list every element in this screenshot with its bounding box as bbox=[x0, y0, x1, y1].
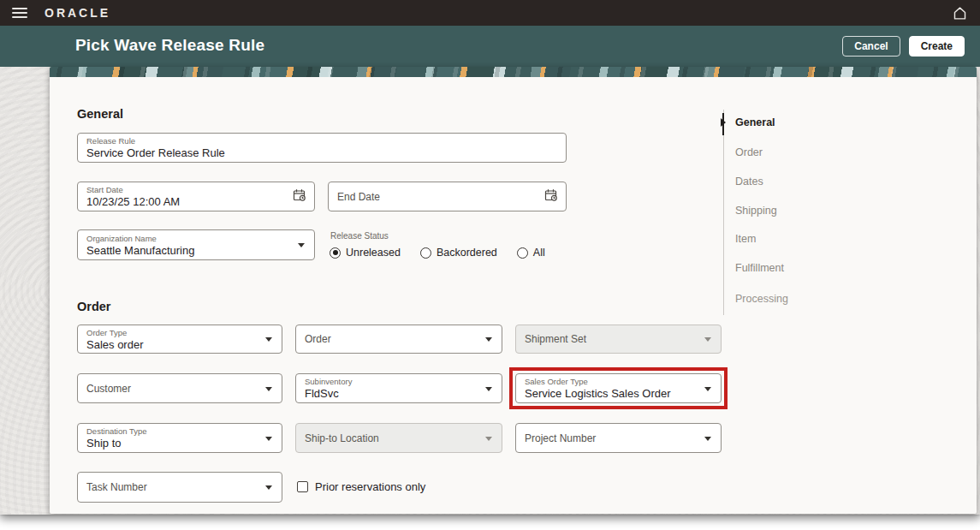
chevron-down-icon bbox=[265, 337, 272, 342]
radio-backordered-label: Backordered bbox=[437, 247, 497, 259]
radio-button-icon bbox=[517, 247, 528, 259]
release-status-radio-group: Unreleased Backordered All bbox=[330, 247, 545, 259]
release-rule-label: Release Rule bbox=[86, 136, 557, 146]
chevron-down-icon bbox=[704, 337, 711, 342]
subinventory-dropdown[interactable]: Subinventory FldSvc bbox=[295, 373, 502, 403]
destination-type-value: Ship to bbox=[86, 437, 273, 450]
chevron-down-icon bbox=[485, 337, 492, 342]
nav-item-order[interactable]: Order bbox=[735, 146, 763, 158]
order-label: Order bbox=[305, 333, 493, 345]
organization-name-dropdown[interactable]: Organization Name Seattle Manufacturing bbox=[77, 229, 315, 260]
checkbox-icon[interactable] bbox=[297, 481, 308, 492]
radio-button-icon bbox=[420, 247, 431, 259]
create-button[interactable]: Create bbox=[909, 36, 965, 57]
customer-dropdown[interactable]: Customer bbox=[77, 373, 282, 403]
chevron-down-icon bbox=[704, 387, 711, 391]
organization-name-value: Seattle Manufacturing bbox=[86, 244, 306, 257]
radio-button-icon bbox=[330, 247, 341, 259]
chevron-down-icon bbox=[298, 243, 305, 247]
shipment-set-dropdown: Shipment Set bbox=[515, 325, 722, 354]
page-title: Pick Wave Release Rule bbox=[75, 36, 264, 55]
release-rule-value: Service Order Release Rule bbox=[86, 146, 557, 159]
chevron-down-icon bbox=[265, 485, 272, 490]
nav-active-arrow-icon bbox=[721, 118, 726, 127]
release-rule-field[interactable]: Release Rule Service Order Release Rule bbox=[77, 133, 567, 163]
sales-order-type-label: Sales Order Type bbox=[525, 377, 712, 387]
order-section-heading: Order bbox=[77, 300, 111, 313]
ship-to-location-dropdown: Ship-to Location bbox=[295, 423, 502, 453]
subinventory-value: FldSvc bbox=[305, 387, 493, 400]
nav-item-dates[interactable]: Dates bbox=[735, 176, 763, 188]
subinventory-label: Subinventory bbox=[305, 377, 493, 387]
end-date-field[interactable]: End Date bbox=[328, 182, 567, 211]
prior-reservations-label: Prior reservations only bbox=[315, 480, 425, 493]
order-type-dropdown[interactable]: Order Type Sales order bbox=[77, 325, 282, 354]
hamburger-menu-icon[interactable] bbox=[12, 8, 27, 18]
project-number-label: Project Number bbox=[525, 432, 712, 444]
organization-name-label: Organization Name bbox=[86, 234, 306, 244]
radio-all[interactable]: All bbox=[517, 247, 545, 259]
radio-all-label: All bbox=[533, 247, 545, 259]
radio-backordered[interactable]: Backordered bbox=[420, 247, 497, 259]
shipment-set-label: Shipment Set bbox=[525, 333, 712, 345]
customer-label: Customer bbox=[86, 383, 273, 395]
nav-item-fulfillment[interactable]: Fulfillment bbox=[735, 262, 784, 274]
chevron-down-icon bbox=[704, 437, 711, 441]
nav-item-item[interactable]: Item bbox=[735, 233, 756, 245]
nav-rail-line bbox=[723, 110, 724, 315]
task-number-dropdown[interactable]: Task Number bbox=[77, 472, 282, 503]
radio-unreleased[interactable]: Unreleased bbox=[330, 247, 401, 259]
project-number-dropdown[interactable]: Project Number bbox=[515, 423, 722, 453]
home-icon[interactable] bbox=[951, 4, 968, 21]
general-section-heading: General bbox=[77, 107, 123, 121]
top-navigation-bar: ORACLE bbox=[0, 0, 980, 26]
chevron-down-icon bbox=[265, 387, 272, 391]
start-date-label: Start Date bbox=[86, 185, 306, 195]
chevron-down-icon bbox=[485, 437, 492, 441]
radio-unreleased-label: Unreleased bbox=[346, 247, 401, 259]
application-window: ORACLE Pick Wave Release Rule Cancel Cre… bbox=[0, 0, 980, 515]
destination-type-label: Destination Type bbox=[86, 426, 273, 437]
order-type-label: Order Type bbox=[86, 328, 273, 338]
start-date-value: 10/23/25 12:00 AM bbox=[86, 195, 306, 208]
task-number-label: Task Number bbox=[86, 481, 273, 493]
chevron-down-icon bbox=[265, 437, 272, 441]
prior-reservations-checkbox-row[interactable]: Prior reservations only bbox=[297, 480, 425, 493]
release-status-label: Release Status bbox=[330, 231, 389, 241]
nav-item-shipping[interactable]: Shipping bbox=[735, 205, 777, 217]
oracle-logo: ORACLE bbox=[45, 6, 110, 20]
sales-order-type-dropdown[interactable]: Sales Order Type Service Logistics Sales… bbox=[515, 373, 722, 403]
header-actions: Cancel Create bbox=[842, 36, 965, 57]
nav-item-processing[interactable]: Processing bbox=[735, 293, 788, 305]
order-dropdown[interactable]: Order bbox=[295, 325, 502, 354]
destination-type-dropdown[interactable]: Destination Type Ship to bbox=[77, 423, 282, 453]
end-date-label: End Date bbox=[337, 191, 557, 203]
nav-item-general[interactable]: General bbox=[735, 116, 775, 128]
ship-to-location-label: Ship-to Location bbox=[305, 432, 493, 444]
chevron-down-icon bbox=[485, 387, 492, 391]
calendar-clock-icon[interactable] bbox=[544, 188, 558, 205]
calendar-clock-icon[interactable] bbox=[293, 188, 306, 205]
sales-order-type-value: Service Logistics Sales Order bbox=[525, 387, 712, 400]
order-type-value: Sales order bbox=[86, 338, 273, 351]
start-date-field[interactable]: Start Date 10/23/25 12:00 AM bbox=[77, 182, 315, 211]
cancel-button[interactable]: Cancel bbox=[842, 36, 900, 57]
decorative-banner bbox=[50, 67, 977, 77]
form-card: General Release Rule Service Order Relea… bbox=[50, 67, 977, 514]
